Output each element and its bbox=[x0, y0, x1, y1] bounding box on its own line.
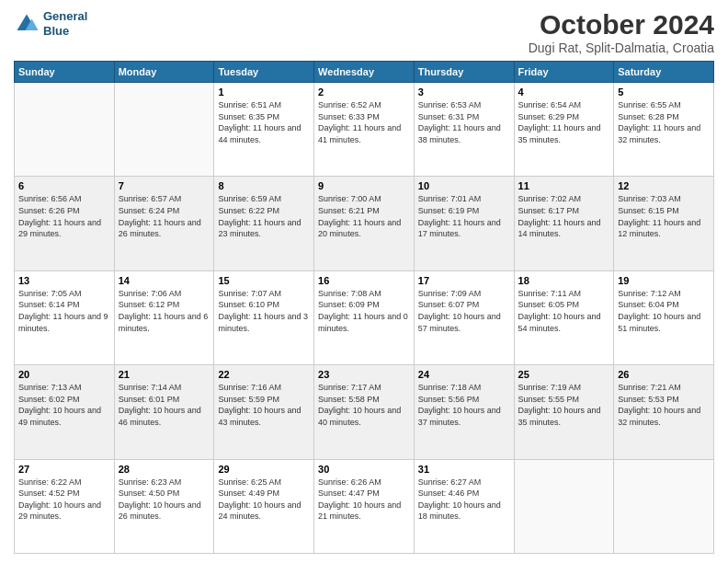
calendar-cell: 21Sunrise: 7:14 AM Sunset: 6:01 PM Dayli… bbox=[114, 365, 214, 459]
day-info: Sunrise: 6:27 AM Sunset: 4:46 PM Dayligh… bbox=[418, 477, 510, 523]
calendar-cell: 19Sunrise: 7:12 AM Sunset: 6:04 PM Dayli… bbox=[614, 270, 714, 364]
day-number: 20 bbox=[18, 369, 110, 380]
calendar-cell: 17Sunrise: 7:09 AM Sunset: 6:07 PM Dayli… bbox=[414, 270, 514, 364]
calendar-cell: 3Sunrise: 6:53 AM Sunset: 6:31 PM Daylig… bbox=[414, 83, 514, 177]
day-info: Sunrise: 7:12 AM Sunset: 6:04 PM Dayligh… bbox=[618, 288, 710, 334]
day-info: Sunrise: 6:52 AM Sunset: 6:33 PM Dayligh… bbox=[318, 99, 410, 145]
day-number: 12 bbox=[618, 180, 710, 191]
main-title: October 2024 bbox=[529, 9, 714, 40]
logo-line2: Blue bbox=[43, 24, 69, 38]
day-number: 14 bbox=[119, 275, 210, 286]
day-number: 8 bbox=[218, 180, 310, 191]
calendar-cell: 23Sunrise: 7:17 AM Sunset: 5:58 PM Dayli… bbox=[314, 365, 415, 459]
calendar-week-row: 6Sunrise: 6:56 AM Sunset: 6:26 PM Daylig… bbox=[15, 177, 714, 270]
weekday-header: Tuesday bbox=[214, 62, 314, 83]
page: General Blue October 2024 Dugi Rat, Spli… bbox=[0, 0, 728, 563]
day-number: 1 bbox=[218, 86, 310, 98]
day-number: 5 bbox=[618, 86, 710, 98]
day-number: 16 bbox=[318, 275, 410, 286]
day-info: Sunrise: 6:25 AM Sunset: 4:49 PM Dayligh… bbox=[218, 477, 310, 523]
day-info: Sunrise: 7:01 AM Sunset: 6:19 PM Dayligh… bbox=[418, 193, 510, 239]
day-number: 6 bbox=[18, 180, 110, 191]
calendar-cell: 24Sunrise: 7:18 AM Sunset: 5:56 PM Dayli… bbox=[414, 365, 514, 459]
calendar-cell: 27Sunrise: 6:22 AM Sunset: 4:52 PM Dayli… bbox=[15, 459, 115, 553]
day-number: 4 bbox=[518, 86, 610, 98]
calendar-cell: 12Sunrise: 7:03 AM Sunset: 6:15 PM Dayli… bbox=[614, 177, 714, 270]
day-number: 22 bbox=[218, 369, 310, 380]
calendar-cell: 10Sunrise: 7:01 AM Sunset: 6:19 PM Dayli… bbox=[414, 177, 514, 270]
weekday-header: Thursday bbox=[414, 62, 514, 83]
header: General Blue October 2024 Dugi Rat, Spli… bbox=[14, 9, 714, 55]
calendar-week-row: 13Sunrise: 7:05 AM Sunset: 6:14 PM Dayli… bbox=[15, 270, 714, 364]
calendar-cell: 13Sunrise: 7:05 AM Sunset: 6:14 PM Dayli… bbox=[15, 270, 115, 364]
day-info: Sunrise: 7:11 AM Sunset: 6:05 PM Dayligh… bbox=[518, 288, 610, 334]
logo-text: General Blue bbox=[43, 9, 87, 38]
calendar-table: SundayMondayTuesdayWednesdayThursdayFrid… bbox=[14, 61, 714, 554]
calendar-cell: 26Sunrise: 7:21 AM Sunset: 5:53 PM Dayli… bbox=[614, 365, 714, 459]
day-number: 17 bbox=[418, 275, 510, 286]
day-info: Sunrise: 7:07 AM Sunset: 6:10 PM Dayligh… bbox=[218, 288, 310, 334]
day-info: Sunrise: 6:22 AM Sunset: 4:52 PM Dayligh… bbox=[18, 477, 110, 523]
day-info: Sunrise: 6:57 AM Sunset: 6:24 PM Dayligh… bbox=[119, 193, 210, 239]
calendar-cell: 14Sunrise: 7:06 AM Sunset: 6:12 PM Dayli… bbox=[114, 270, 214, 364]
day-number: 24 bbox=[418, 369, 510, 380]
calendar-cell: 15Sunrise: 7:07 AM Sunset: 6:10 PM Dayli… bbox=[214, 270, 314, 364]
calendar-cell bbox=[614, 459, 714, 553]
day-number: 3 bbox=[418, 86, 510, 98]
day-info: Sunrise: 7:03 AM Sunset: 6:15 PM Dayligh… bbox=[618, 193, 710, 239]
weekday-header: Wednesday bbox=[314, 62, 415, 83]
calendar-cell: 18Sunrise: 7:11 AM Sunset: 6:05 PM Dayli… bbox=[514, 270, 614, 364]
calendar-header: SundayMondayTuesdayWednesdayThursdayFrid… bbox=[15, 62, 714, 83]
day-info: Sunrise: 6:26 AM Sunset: 4:47 PM Dayligh… bbox=[318, 477, 410, 523]
day-number: 7 bbox=[119, 180, 210, 191]
calendar-week-row: 27Sunrise: 6:22 AM Sunset: 4:52 PM Dayli… bbox=[15, 459, 714, 553]
day-info: Sunrise: 7:21 AM Sunset: 5:53 PM Dayligh… bbox=[618, 382, 710, 428]
day-number: 21 bbox=[119, 369, 210, 380]
calendar-week-row: 1Sunrise: 6:51 AM Sunset: 6:35 PM Daylig… bbox=[15, 83, 714, 177]
day-info: Sunrise: 7:05 AM Sunset: 6:14 PM Dayligh… bbox=[18, 288, 110, 334]
weekday-header: Sunday bbox=[15, 62, 115, 83]
calendar-cell: 28Sunrise: 6:23 AM Sunset: 4:50 PM Dayli… bbox=[114, 459, 214, 553]
weekday-header: Friday bbox=[514, 62, 614, 83]
calendar-cell: 2Sunrise: 6:52 AM Sunset: 6:33 PM Daylig… bbox=[314, 83, 415, 177]
day-number: 30 bbox=[318, 464, 410, 475]
weekday-row: SundayMondayTuesdayWednesdayThursdayFrid… bbox=[15, 62, 714, 83]
title-block: October 2024 Dugi Rat, Split-Dalmatia, C… bbox=[529, 9, 714, 55]
day-info: Sunrise: 7:13 AM Sunset: 6:02 PM Dayligh… bbox=[18, 382, 110, 428]
calendar-cell: 6Sunrise: 6:56 AM Sunset: 6:26 PM Daylig… bbox=[15, 177, 115, 270]
day-info: Sunrise: 7:16 AM Sunset: 5:59 PM Dayligh… bbox=[218, 382, 310, 428]
day-info: Sunrise: 7:06 AM Sunset: 6:12 PM Dayligh… bbox=[119, 288, 210, 334]
calendar-cell: 5Sunrise: 6:55 AM Sunset: 6:28 PM Daylig… bbox=[614, 83, 714, 177]
day-info: Sunrise: 7:14 AM Sunset: 6:01 PM Dayligh… bbox=[119, 382, 210, 428]
logo-line1: General bbox=[43, 9, 87, 23]
weekday-header: Monday bbox=[114, 62, 214, 83]
calendar-cell: 25Sunrise: 7:19 AM Sunset: 5:55 PM Dayli… bbox=[514, 365, 614, 459]
day-number: 10 bbox=[418, 180, 510, 191]
day-number: 18 bbox=[518, 275, 610, 286]
subtitle: Dugi Rat, Split-Dalmatia, Croatia bbox=[529, 40, 714, 55]
calendar-cell: 7Sunrise: 6:57 AM Sunset: 6:24 PM Daylig… bbox=[114, 177, 214, 270]
day-number: 15 bbox=[218, 275, 310, 286]
calendar-cell: 29Sunrise: 6:25 AM Sunset: 4:49 PM Dayli… bbox=[214, 459, 314, 553]
calendar-cell: 11Sunrise: 7:02 AM Sunset: 6:17 PM Dayli… bbox=[514, 177, 614, 270]
logo: General Blue bbox=[14, 9, 87, 38]
weekday-header: Saturday bbox=[614, 62, 714, 83]
day-number: 28 bbox=[119, 464, 210, 475]
day-info: Sunrise: 7:18 AM Sunset: 5:56 PM Dayligh… bbox=[418, 382, 510, 428]
day-number: 26 bbox=[618, 369, 710, 380]
day-info: Sunrise: 7:02 AM Sunset: 6:17 PM Dayligh… bbox=[518, 193, 610, 239]
day-info: Sunrise: 6:23 AM Sunset: 4:50 PM Dayligh… bbox=[119, 477, 210, 523]
day-info: Sunrise: 7:09 AM Sunset: 6:07 PM Dayligh… bbox=[418, 288, 510, 334]
day-number: 29 bbox=[218, 464, 310, 475]
calendar-cell: 20Sunrise: 7:13 AM Sunset: 6:02 PM Dayli… bbox=[15, 365, 115, 459]
day-number: 23 bbox=[318, 369, 410, 380]
day-number: 2 bbox=[318, 86, 410, 98]
day-number: 27 bbox=[18, 464, 110, 475]
day-info: Sunrise: 7:19 AM Sunset: 5:55 PM Dayligh… bbox=[518, 382, 610, 428]
day-info: Sunrise: 6:53 AM Sunset: 6:31 PM Dayligh… bbox=[418, 99, 510, 145]
calendar-body: 1Sunrise: 6:51 AM Sunset: 6:35 PM Daylig… bbox=[15, 83, 714, 554]
calendar-cell: 31Sunrise: 6:27 AM Sunset: 4:46 PM Dayli… bbox=[414, 459, 514, 553]
calendar-cell: 22Sunrise: 7:16 AM Sunset: 5:59 PM Dayli… bbox=[214, 365, 314, 459]
day-info: Sunrise: 6:51 AM Sunset: 6:35 PM Dayligh… bbox=[218, 99, 310, 145]
day-number: 31 bbox=[418, 464, 510, 475]
